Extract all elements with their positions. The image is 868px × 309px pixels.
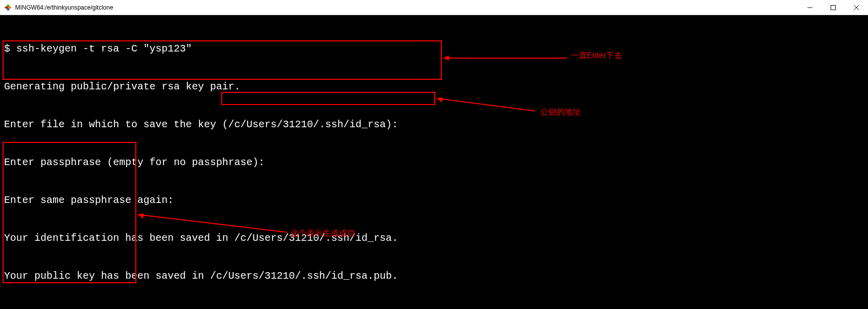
titlebar-left: MINGW64:/e/thinkyunspace/gitclone: [4, 4, 113, 12]
terminal-line: Your identification has been saved in /c…: [4, 232, 864, 244]
window-controls: [798, 0, 868, 15]
app-icon: [4, 4, 12, 12]
terminal-line: Generating public/private rsa key pair.: [4, 80, 864, 93]
terminal[interactable]: $ ssh-keygen -t rsa -C "ysp123" Generati…: [0, 15, 868, 309]
terminal-line: Enter same passphrase again:: [4, 194, 864, 207]
minimize-button[interactable]: [798, 0, 822, 15]
terminal-line: $ ssh-keygen -t rsa -C "ysp123": [4, 42, 864, 55]
terminal-line: Enter passphrase (empty for no passphras…: [4, 156, 864, 169]
terminal-line: Enter file in which to save the key (/c/…: [4, 118, 864, 131]
terminal-line: Your public key has been saved in /c/Use…: [4, 270, 864, 282]
close-button[interactable]: [845, 0, 868, 15]
svg-rect-5: [831, 5, 836, 10]
titlebar: MINGW64:/e/thinkyunspace/gitclone: [0, 0, 868, 15]
window-title: MINGW64:/e/thinkyunspace/gitclone: [15, 4, 113, 11]
maximize-button[interactable]: [822, 0, 845, 15]
